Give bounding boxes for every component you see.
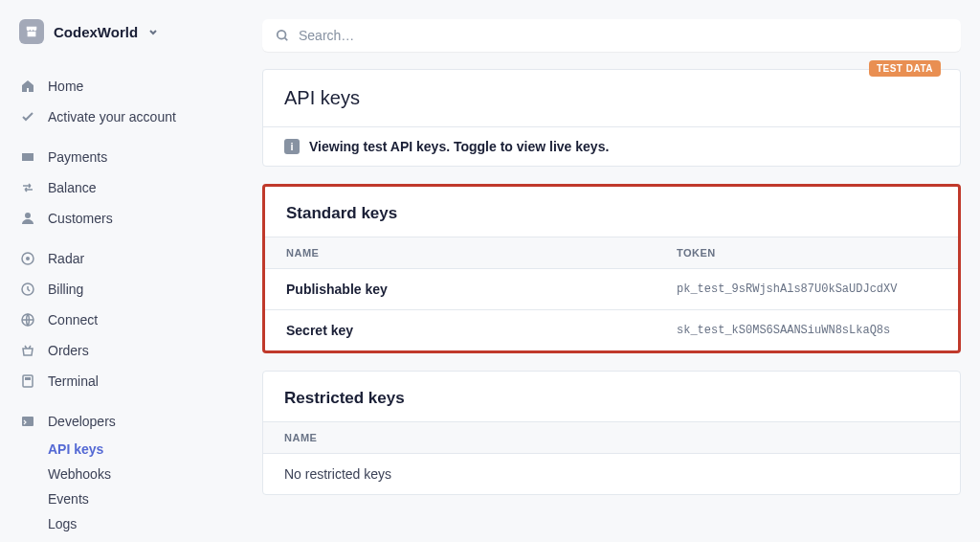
key-name: Publishable key [286, 282, 677, 297]
sidebar-item-activate[interactable]: Activate your account [10, 102, 230, 132]
sidebar-sub-events[interactable]: Events [10, 486, 230, 511]
clock-icon [19, 281, 36, 298]
account-selector[interactable]: CodexWorld [10, 19, 230, 61]
sidebar-item-developers[interactable]: Developers [10, 406, 230, 437]
info-banner: i Viewing test API keys. Toggle to view … [263, 126, 960, 166]
sidebar-sub-webhooks[interactable]: Webhooks [10, 462, 230, 486]
sidebar-item-label: Logs [48, 516, 77, 531]
api-keys-panel: TEST DATA API keys i Viewing test API ke… [262, 69, 961, 167]
sidebar-item-label: API keys [48, 441, 103, 457]
sidebar-item-label: Payments [48, 149, 107, 165]
standard-keys-heading: Standard keys [265, 187, 958, 237]
info-text: Viewing test API keys. Toggle to view li… [309, 139, 609, 154]
sidebar-item-connect[interactable]: Connect [10, 305, 230, 335]
search-input[interactable] [299, 28, 947, 43]
radar-icon [19, 250, 36, 267]
sidebar-item-label: Events [48, 491, 89, 507]
sidebar-sub-logs[interactable]: Logs [10, 511, 230, 536]
transfer-icon [19, 179, 36, 196]
restricted-keys-heading: Restricted keys [263, 372, 960, 421]
code-icon [19, 413, 36, 430]
terminal-icon [19, 373, 36, 390]
basket-icon [19, 342, 36, 359]
account-name: CodexWorld [54, 24, 138, 40]
sidebar-item-payments[interactable]: Payments [10, 142, 230, 172]
sidebar-item-label: Terminal [48, 373, 99, 389]
column-header-name: NAME [286, 247, 677, 259]
sidebar-item-home[interactable]: Home [10, 71, 230, 102]
sidebar-item-terminal[interactable]: Terminal [10, 366, 230, 396]
home-icon [19, 78, 36, 95]
sidebar-item-balance[interactable]: Balance [10, 172, 230, 203]
restricted-keys-header-row: NAME [263, 421, 960, 454]
sidebar-item-orders[interactable]: Orders [10, 335, 230, 366]
standard-keys-header-row: NAME TOKEN [265, 237, 958, 269]
sidebar-item-label: Billing [48, 282, 83, 297]
info-icon: i [284, 139, 300, 154]
table-row[interactable]: Secret key sk_test_kS0MS6SAANSiuWN8sLkaQ… [265, 310, 958, 350]
sidebar-item-label: Orders [48, 343, 89, 358]
check-icon [19, 108, 36, 125]
restricted-keys-panel: Restricted keys NAME No restricted keys [262, 371, 961, 495]
sidebar: CodexWorld Home Activate your account Pa… [0, 0, 239, 542]
test-data-toggle-row: Viewing test data [10, 536, 230, 542]
sidebar-item-label: Connect [48, 312, 98, 327]
svg-point-8 [278, 31, 286, 39]
svg-point-2 [26, 257, 30, 260]
test-data-badge: TEST DATA [869, 60, 941, 77]
sidebar-item-label: Home [48, 79, 83, 94]
svg-rect-7 [22, 417, 33, 426]
sidebar-item-customers[interactable]: Customers [10, 203, 230, 234]
key-token[interactable]: pk_test_9sRWjshAls87U0kSaUDJcdXV [677, 282, 937, 296]
sidebar-item-label: Radar [48, 251, 84, 266]
sidebar-item-label: Developers [48, 414, 116, 429]
main-content: TEST DATA API keys i Viewing test API ke… [239, 0, 980, 542]
standard-keys-panel: Standard keys NAME TOKEN Publishable key… [262, 184, 961, 353]
svg-rect-5 [23, 375, 33, 387]
sidebar-item-label: Balance [48, 180, 97, 195]
column-header-name: NAME [284, 432, 677, 443]
key-name: Secret key [286, 323, 677, 338]
chevron-down-icon [147, 26, 159, 37]
search-icon [276, 29, 289, 42]
store-icon [19, 19, 44, 44]
sidebar-item-radar[interactable]: Radar [10, 243, 230, 274]
column-header-token: TOKEN [677, 247, 937, 259]
sidebar-item-billing[interactable]: Billing [10, 274, 230, 305]
globe-icon [19, 311, 36, 328]
sidebar-item-label: Activate your account [48, 109, 176, 124]
svg-point-0 [25, 213, 31, 218]
restricted-empty-text: No restricted keys [263, 454, 960, 494]
wallet-icon [19, 148, 36, 166]
search-bar[interactable] [262, 19, 961, 52]
svg-rect-6 [25, 377, 31, 380]
key-token[interactable]: sk_test_kS0MS6SAANSiuWN8sLkaQ8s [677, 324, 937, 337]
table-row[interactable]: Publishable key pk_test_9sRWjshAls87U0kS… [265, 269, 958, 310]
sidebar-item-label: Webhooks [48, 466, 111, 482]
page-title: API keys [263, 70, 960, 126]
sidebar-item-label: Customers [48, 211, 113, 226]
sidebar-sub-api-keys[interactable]: API keys [10, 437, 230, 462]
user-icon [19, 210, 36, 227]
